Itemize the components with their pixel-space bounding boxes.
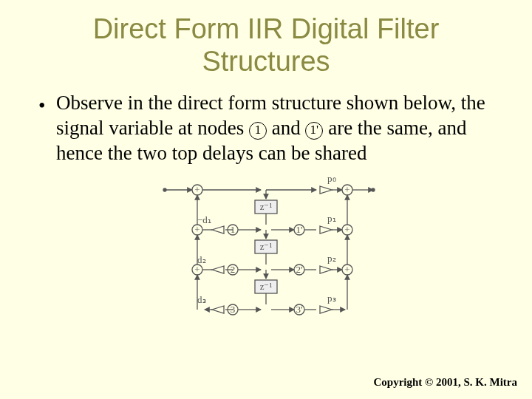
bullet-marker: • (38, 91, 56, 119)
circled-node-1p: 1' (305, 122, 323, 140)
svg-marker-5 (320, 186, 332, 194)
bullet-item: • Observe in the direct form structure s… (38, 91, 497, 166)
svg-marker-24 (212, 266, 224, 273)
node-right-3: 3' (296, 304, 303, 315)
coef-p1: p₁ (327, 213, 336, 224)
bullet-text: Observe in the direct form structure sho… (56, 91, 497, 166)
copyright-text: Copyright © 2001, S. K. Mitra (373, 376, 517, 389)
svg-marker-20 (320, 226, 332, 233)
svg-text:+: + (194, 184, 200, 195)
svg-text:+: + (344, 224, 349, 235)
coef-p0: p₀ (327, 174, 336, 184)
svg-text:+: + (344, 264, 349, 275)
coef-d3: d₃ (197, 294, 206, 305)
svg-point-65 (163, 188, 166, 191)
svg-marker-46 (320, 306, 332, 313)
svg-point-66 (372, 188, 375, 191)
node-left-2: 2 (231, 264, 236, 275)
delay-box-l-1: z⁻¹ (260, 201, 273, 212)
slide-title: Direct Form IIR Digital Filter Structure… (35, 13, 497, 78)
svg-text:+: + (194, 264, 200, 275)
svg-text:+: + (194, 224, 200, 235)
node-left-1: 1 (231, 224, 236, 235)
node-right-2: 2' (296, 264, 303, 275)
filter-diagram-svg: + p₀ + −d₁ + 1 (151, 174, 381, 329)
node-right-1: 1' (296, 224, 303, 235)
bullet-seg-2: and (272, 117, 306, 139)
svg-marker-34 (320, 266, 332, 273)
svg-marker-38 (212, 306, 224, 313)
svg-text:+: + (344, 184, 349, 195)
coef-p3: p₃ (327, 293, 336, 304)
circled-node-1: 1 (249, 122, 267, 140)
coef-p2: p₂ (327, 253, 336, 264)
delay-box-l-3: z⁻¹ (260, 281, 273, 292)
svg-marker-10 (212, 226, 224, 233)
filter-diagram: + p₀ + −d₁ + 1 (35, 174, 497, 332)
delay-box-l-2: z⁻¹ (260, 241, 273, 252)
